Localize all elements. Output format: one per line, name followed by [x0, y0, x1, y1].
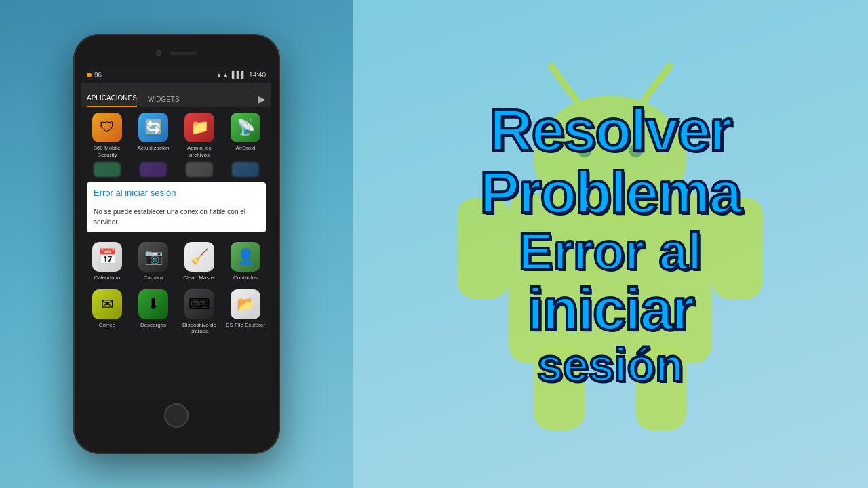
app-icon-contactos: 👤: [231, 242, 260, 272]
title-line3: Error al: [479, 224, 741, 279]
error-body: No se puede establecer una conexión fiab…: [87, 201, 266, 232]
app-icon-camara: 📷: [138, 242, 168, 272]
app-item-camara[interactable]: 📷 Cámara: [133, 242, 174, 281]
app-icon-esfile: 📂: [231, 289, 260, 319]
app-row-second: 📅 Calendario 📷 Cámara 🧹 Clean Master 👤 C…: [81, 237, 271, 284]
app-label-esfile: ES File Explorer: [226, 322, 265, 329]
left-panel: 96 ▲▲ ▌▌▌ 14:40 APLICACIONES WIDGETS ▶ 🛡…: [0, 0, 353, 488]
app-label-actualizacion: Actualización: [137, 145, 169, 152]
app-row-blur: [81, 161, 271, 178]
app-label-contactos: Contactos: [233, 274, 258, 281]
phone-bottom: [164, 399, 189, 432]
app-item-calendario[interactable]: 📅 Calendario: [87, 242, 127, 281]
app-icon-actualizacion: 🔄: [138, 113, 168, 142]
app-icon-cleanmaster: 🧹: [184, 242, 214, 272]
store-icon[interactable]: ▶: [258, 94, 266, 107]
status-right: ▲▲ ▌▌▌ 14:40: [216, 71, 266, 79]
status-left: 96: [87, 71, 102, 79]
phone-speaker: [170, 52, 197, 55]
app-icon-360: 🛡: [92, 113, 122, 142]
battery-level: 96: [94, 71, 102, 79]
app-label-descargas: Descargas: [140, 322, 166, 329]
app-item-dispositivo[interactable]: ⌨ Dispositivo de entrada: [179, 289, 220, 335]
app-item-contactos[interactable]: 👤 Contactos: [225, 242, 266, 281]
time-display: 14:40: [249, 71, 266, 79]
app-item-cleanmaster[interactable]: 🧹 Clean Master: [179, 242, 220, 281]
phone-screen: 96 ▲▲ ▌▌▌ 14:40 APLICACIONES WIDGETS ▶ 🛡…: [81, 66, 271, 399]
app-label-360: 360 Mobile Security: [87, 145, 127, 158]
app-grid-header: APLICACIONES WIDGETS ▶: [81, 83, 271, 107]
app-item-airdroid[interactable]: 📡 AirDroid: [225, 113, 266, 158]
blur-icon-3: [186, 162, 213, 177]
title-container: Resolver Problema Error al iniciar sesió…: [466, 85, 754, 403]
app-label-correo: Correo: [99, 322, 115, 329]
app-row-third: ✉ Correo ⬇ Descargas ⌨ Dispositivo de en…: [81, 284, 271, 338]
app-label-calendario: Calendario: [94, 274, 121, 281]
app-icon-dispositivo: ⌨: [184, 289, 214, 319]
app-icon-correo: ✉: [92, 289, 122, 319]
app-label-cleanmaster: Clean Master: [183, 274, 216, 281]
phone-mockup: 96 ▲▲ ▌▌▌ 14:40 APLICACIONES WIDGETS ▶ 🛡…: [73, 34, 280, 454]
app-row-first: 🛡 360 Mobile Security 🔄 Actualización 📁 …: [81, 107, 271, 161]
tab-aplicaciones[interactable]: APLICACIONES: [87, 94, 137, 107]
app-item-360[interactable]: 🛡 360 Mobile Security: [87, 113, 127, 158]
title-line1: Resolver: [479, 99, 741, 161]
signal-icon: ▌▌▌: [232, 71, 246, 79]
app-item-admin[interactable]: 📁 Admin. de archivos: [179, 113, 220, 158]
title-line5: sesión: [479, 341, 741, 389]
title-line4: iniciar: [479, 278, 741, 340]
blur-icon-4: [232, 162, 259, 177]
title-line2: Problema: [479, 161, 741, 224]
app-item-actualizacion[interactable]: 🔄 Actualización: [133, 113, 174, 158]
battery-dot: [87, 73, 92, 77]
home-button[interactable]: [164, 403, 189, 428]
error-title: Error al iniciar sesión: [87, 182, 266, 201]
app-label-camara: Cámara: [144, 274, 163, 281]
app-icon-descargas: ⬇: [138, 289, 168, 319]
app-icon-calendario: 📅: [92, 242, 122, 272]
status-bar: 96 ▲▲ ▌▌▌ 14:40: [81, 66, 271, 83]
tab-widgets[interactable]: WIDGETS: [148, 96, 180, 107]
right-panel: Resolver Problema Error al iniciar sesió…: [353, 0, 868, 488]
app-icon-admin: 📁: [184, 113, 214, 142]
error-dialog: Error al iniciar sesión No se puede esta…: [87, 182, 266, 232]
phone-camera: [156, 50, 161, 56]
app-label-dispositivo: Dispositivo de entrada: [179, 322, 220, 335]
app-item-descargas[interactable]: ⬇ Descargas: [133, 289, 174, 335]
app-item-correo[interactable]: ✉ Correo: [87, 289, 127, 335]
blur-icon-2: [140, 162, 167, 177]
app-label-admin: Admin. de archivos: [179, 145, 220, 158]
blur-icon-1: [94, 162, 121, 177]
app-label-airdroid: AirDroid: [236, 145, 256, 152]
app-icon-airdroid: 📡: [231, 113, 260, 142]
wifi-icon: ▲▲: [216, 71, 229, 79]
app-item-esfile[interactable]: 📂 ES File Explorer: [225, 289, 266, 335]
phone-top: [73, 34, 280, 66]
